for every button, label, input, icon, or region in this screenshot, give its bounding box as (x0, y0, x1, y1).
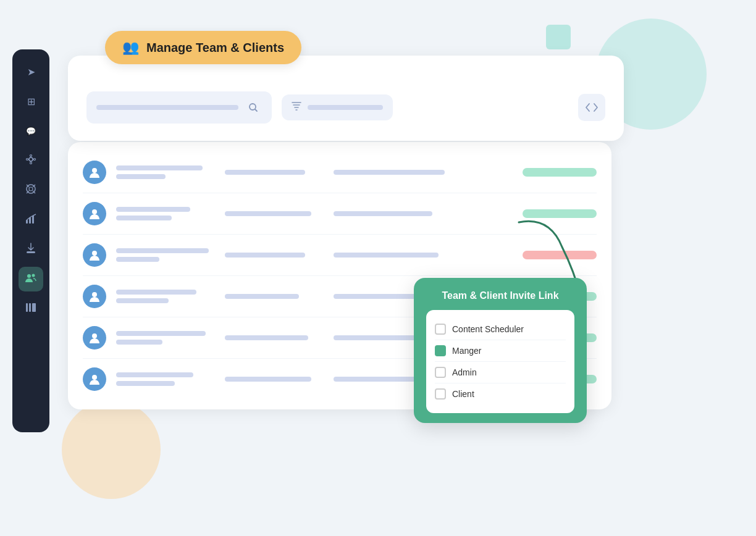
sidebar-item-analytics[interactable] (19, 207, 43, 232)
name-bar (116, 248, 209, 253)
filter-wrap[interactable] (282, 94, 393, 120)
avatar (83, 326, 106, 350)
sidebar: ➤ ⊞ 💬 (12, 49, 49, 432)
svg-point-3 (27, 159, 28, 161)
main-area: 👥 Manage Team & Clients (68, 31, 723, 500)
search-icon (245, 99, 262, 116)
svg-point-4 (34, 159, 36, 161)
invite-option-content-scheduler[interactable]: Content Scheduler (435, 319, 566, 340)
download-icon (26, 243, 36, 256)
chart-icon (25, 214, 36, 226)
invite-popup-inner: Content Scheduler Manger Admin Client (426, 310, 574, 413)
checkbox-admin[interactable] (435, 367, 446, 378)
table-row (83, 193, 597, 235)
name-bar (116, 331, 206, 336)
row-name-col (116, 207, 215, 220)
svg-point-19 (27, 274, 31, 278)
sidebar-item-download[interactable] (19, 237, 43, 262)
sidebar-item-team[interactable] (19, 267, 43, 291)
sub-bar (116, 298, 169, 303)
sub-bar (116, 257, 159, 262)
invite-option-admin[interactable]: Admin (435, 362, 566, 383)
detail-bar (334, 211, 432, 216)
checkbox-client[interactable] (435, 388, 446, 400)
invite-popup: Team & Client Invite Link Content Schedu… (414, 278, 587, 423)
avatar (83, 285, 106, 308)
row-email-col (225, 294, 324, 299)
row-name-col (116, 331, 215, 345)
navigation-icon: ➤ (27, 66, 35, 78)
filter-bar (308, 105, 383, 110)
detail-bar (334, 253, 439, 258)
table-row (83, 152, 597, 193)
sidebar-item-network[interactable] (19, 148, 43, 173)
name-bar (116, 290, 196, 295)
invite-popup-title: Team & Client Invite Link (426, 290, 574, 301)
badge-team-icon: 👥 (122, 40, 139, 56)
svg-point-20 (32, 274, 35, 277)
sidebar-item-support[interactable] (19, 178, 43, 203)
row-email-col (225, 335, 324, 340)
svg-rect-22 (29, 303, 31, 312)
header-badge: 👥 Manage Team & Clients (105, 31, 301, 64)
sub-bar (116, 381, 175, 386)
status-badge (523, 251, 597, 259)
checkbox-manger[interactable] (435, 345, 446, 356)
row-status-col (523, 209, 597, 218)
email-bar (225, 294, 299, 299)
svg-point-31 (92, 375, 97, 380)
filter-icon (292, 102, 301, 113)
search-input-bar (96, 105, 238, 110)
sidebar-item-messages[interactable]: 💬 (19, 119, 43, 143)
search-panel (68, 56, 624, 141)
invite-option-label: Client (452, 389, 474, 399)
row-name-col (116, 248, 215, 262)
email-bar (225, 377, 311, 382)
row-email-col (225, 211, 324, 216)
svg-point-1 (30, 155, 32, 157)
messages-icon: 💬 (26, 127, 36, 136)
search-row (86, 91, 605, 124)
sidebar-item-navigation[interactable]: ➤ (19, 59, 43, 84)
row-detail-col (334, 211, 513, 216)
page-title: Manage Team & Clients (146, 41, 284, 55)
avatar (83, 243, 106, 267)
sub-bar (116, 216, 172, 220)
svg-rect-17 (32, 216, 34, 224)
sidebar-item-dashboard[interactable]: ⊞ (19, 89, 43, 114)
avatar (83, 161, 106, 184)
email-bar (225, 253, 305, 258)
invite-option-label: Admin (452, 367, 477, 377)
svg-rect-21 (26, 303, 28, 312)
email-bar (225, 335, 308, 340)
detail-bar (334, 170, 445, 175)
svg-point-10 (29, 187, 33, 191)
row-status-col (523, 251, 597, 259)
row-status-col (523, 168, 597, 177)
email-bar (225, 211, 311, 216)
row-name-col (116, 290, 215, 303)
invite-option-label: Manger (452, 346, 481, 356)
status-badge (523, 209, 597, 218)
invite-option-client[interactable]: Client (435, 383, 566, 404)
name-bar (116, 372, 193, 377)
svg-line-25 (255, 109, 257, 111)
invite-option-label: Content Scheduler (452, 324, 524, 334)
sidebar-item-library[interactable] (19, 296, 43, 321)
svg-point-26 (92, 168, 97, 173)
row-email-col (225, 253, 324, 258)
table-row (83, 235, 597, 276)
invite-option-manger[interactable]: Manger (435, 340, 566, 362)
code-button[interactable] (578, 94, 605, 121)
sub-bar (116, 340, 162, 345)
svg-point-0 (29, 157, 33, 161)
row-detail-col (334, 170, 513, 175)
name-bar (116, 165, 203, 170)
network-icon (25, 154, 36, 167)
row-name-col (116, 372, 215, 386)
svg-rect-18 (27, 251, 35, 253)
checkbox-content-scheduler[interactable] (435, 324, 446, 335)
support-icon (25, 183, 36, 197)
search-input-wrap[interactable] (86, 91, 272, 124)
row-email-col (225, 377, 324, 382)
